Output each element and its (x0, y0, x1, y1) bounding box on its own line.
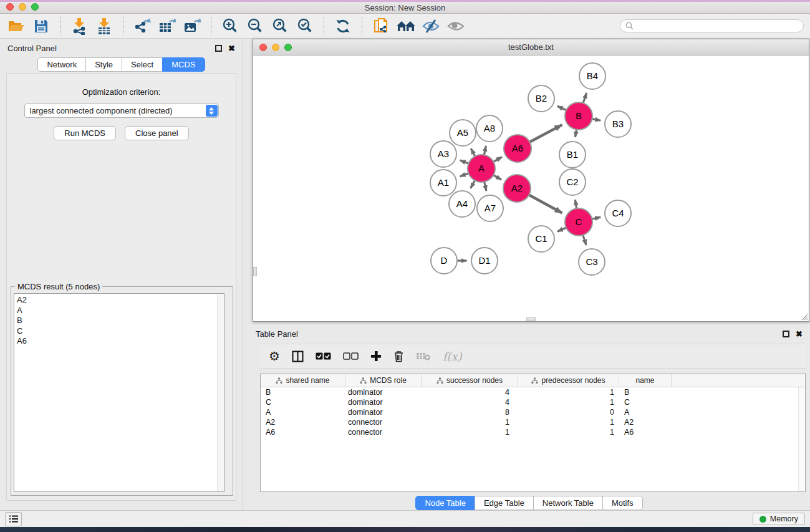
table-cell[interactable]: 1 (422, 427, 518, 437)
zoom-selected-icon[interactable] (295, 16, 315, 36)
export-table-icon[interactable] (157, 16, 177, 36)
table-scrollbar[interactable] (798, 387, 805, 491)
table-cell[interactable]: A2 (261, 417, 345, 427)
close-panel-button[interactable]: Close panel (125, 126, 189, 140)
task-history-button[interactable] (5, 512, 22, 526)
table-cell[interactable]: 1 (518, 427, 619, 437)
column-header-successor-nodes[interactable]: successor nodes (422, 374, 518, 387)
table-row[interactable]: Cdominator41C (261, 397, 805, 407)
graph-edge-A2-C[interactable] (529, 195, 562, 213)
table-row[interactable]: A2connector11A2 (261, 417, 805, 427)
column-header-name[interactable]: name (619, 374, 672, 387)
table-cell[interactable]: 1 (422, 417, 518, 427)
table-cell[interactable]: 8 (422, 407, 518, 417)
mcds-result-item[interactable]: B (17, 316, 224, 326)
network-window-titlebar[interactable]: testGlobe.txt (253, 39, 809, 56)
float-table-panel-icon[interactable] (783, 331, 789, 337)
close-panel-icon[interactable]: ✖ (228, 45, 235, 52)
mcds-result-item[interactable]: A6 (17, 336, 224, 347)
network-graph[interactable]: AA1A2A3A4A5A6A7A8BB1B2B3B4CC1C2C3C4DD1 (253, 56, 809, 321)
resize-grip-icon[interactable] (799, 312, 808, 321)
graph-edge-A-A5[interactable] (471, 148, 475, 156)
graph-edge-B-B2[interactable] (557, 106, 566, 110)
run-mcds-button[interactable]: Run MCDS (54, 126, 116, 140)
delete-column-icon[interactable] (393, 349, 404, 364)
table-cell[interactable]: 4 (422, 387, 518, 397)
export-image-icon[interactable] (182, 16, 202, 36)
search-field[interactable] (620, 19, 804, 32)
table-cell[interactable]: dominator (345, 407, 422, 417)
column-header-MCDS-role[interactable]: MCDS role (345, 374, 422, 387)
delete-table-icon[interactable] (416, 349, 431, 364)
graph-edge-B-B1[interactable] (576, 130, 577, 137)
splitpane-handle[interactable] (253, 267, 257, 276)
column-header-shared-name[interactable]: shared name (261, 374, 345, 387)
table-cell[interactable]: connector (345, 417, 422, 427)
home-icon[interactable] (396, 16, 416, 36)
table-cell[interactable]: A6 (261, 427, 345, 437)
tab-mcds[interactable]: MCDS (162, 57, 205, 72)
graph-edge-A-A4[interactable] (471, 180, 475, 188)
criterion-dropdown[interactable]: largest connected component (directed) (24, 104, 219, 118)
graph-edge-A-A1[interactable] (460, 173, 469, 177)
table-cell[interactable]: 1 (518, 387, 619, 397)
network-canvas[interactable]: AA1A2A3A4A5A6A7A8BB1B2B3B4CC1C2C3C4DD1 (253, 56, 809, 321)
clone-network-icon[interactable] (371, 16, 391, 36)
list-scrollbar[interactable] (217, 294, 224, 491)
table-cell[interactable]: dominator (345, 397, 422, 407)
tab-network-table[interactable]: Network Table (533, 496, 603, 510)
mcds-result-item[interactable]: C (17, 326, 224, 337)
table-cell[interactable]: 1 (518, 397, 619, 407)
graph-edge-A-A7[interactable] (485, 181, 486, 191)
add-column-icon[interactable] (370, 349, 382, 364)
table-cell[interactable]: A2 (619, 417, 672, 427)
open-session-icon[interactable] (6, 16, 26, 36)
import-network-icon[interactable] (69, 16, 89, 36)
zoom-out-icon[interactable] (245, 16, 265, 36)
save-session-icon[interactable] (31, 16, 51, 36)
graph-edge-C-C1[interactable] (557, 228, 566, 231)
export-network-icon[interactable] (132, 16, 152, 36)
table-cell[interactable]: B (619, 387, 672, 397)
table-options-icon[interactable]: ⚙ (269, 349, 280, 364)
column-header-predecessor-nodes[interactable]: predecessor nodes (518, 374, 619, 387)
table-cell[interactable]: dominator (345, 387, 422, 397)
refresh-icon[interactable] (333, 16, 353, 36)
tab-network[interactable]: Network (37, 57, 86, 72)
function-builder-icon[interactable]: f(x) (443, 349, 462, 364)
mcds-result-item[interactable]: A (17, 306, 224, 316)
graph-edge-B-B3[interactable] (592, 118, 601, 120)
mcds-result-list[interactable]: A2ABCA6 (14, 293, 224, 492)
table-cell[interactable]: A (261, 407, 345, 417)
table-row[interactable]: Adominator80A (261, 407, 805, 417)
float-panel-icon[interactable] (215, 45, 222, 52)
graph-edge-C-C3[interactable] (583, 235, 586, 245)
memory-button[interactable]: Memory (753, 513, 805, 525)
table-cell[interactable]: A6 (619, 427, 672, 437)
zoom-in-icon[interactable] (220, 16, 240, 36)
table-cell[interactable]: A (619, 407, 672, 417)
zoom-fit-icon[interactable] (270, 16, 290, 36)
graph-edge-C-C4[interactable] (592, 217, 600, 219)
table-row[interactable]: A6connector11A6 (261, 427, 805, 437)
graph-edge-A-A2[interactable] (493, 175, 501, 180)
hide-selected-icon[interactable] (421, 16, 441, 36)
search-input[interactable] (637, 22, 798, 31)
select-all-icon[interactable] (316, 349, 331, 364)
show-panel-icon[interactable] (292, 349, 304, 364)
close-table-panel-icon[interactable]: ✖ (796, 331, 803, 337)
table-cell[interactable]: 1 (518, 417, 619, 427)
import-table-icon[interactable] (94, 16, 114, 36)
graph-edge-C-C2[interactable] (575, 200, 576, 208)
graph-edge-A-A6[interactable] (493, 157, 502, 162)
mcds-result-item[interactable]: A2 (17, 295, 224, 306)
table-cell[interactable]: 4 (422, 397, 518, 407)
tab-motifs[interactable]: Motifs (602, 496, 643, 510)
graph-edge-A-A8[interactable] (484, 146, 486, 155)
table-cell[interactable]: 0 (518, 407, 619, 417)
splitpane-handle[interactable] (526, 317, 536, 321)
deselect-all-icon[interactable] (343, 349, 359, 364)
table-cell[interactable]: B (261, 387, 345, 397)
table-cell[interactable]: connector (345, 427, 422, 437)
table-cell[interactable]: C (261, 397, 345, 407)
